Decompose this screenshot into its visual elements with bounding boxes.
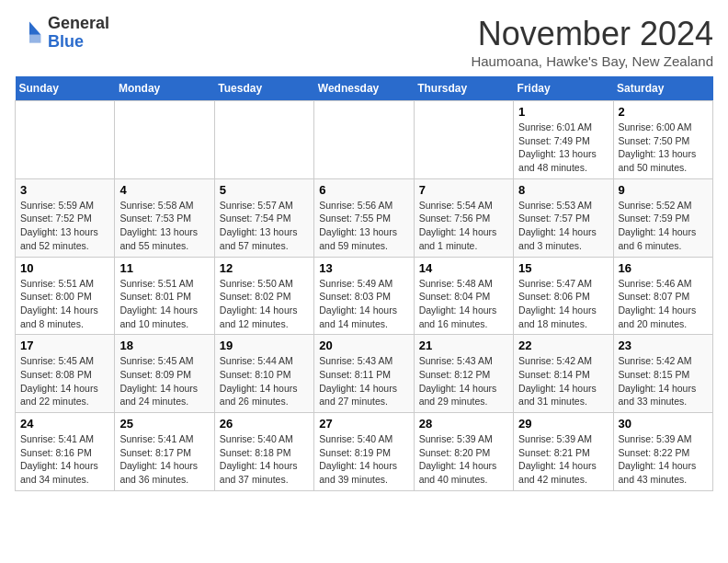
logo-blue: Blue <box>48 33 109 52</box>
day-info: Sunrise: 5:41 AM Sunset: 8:16 PM Dayligh… <box>20 432 109 487</box>
calendar-cell: 30Sunrise: 5:39 AM Sunset: 8:22 PM Dayli… <box>613 413 712 491</box>
calendar-cell: 27Sunrise: 5:40 AM Sunset: 8:19 PM Dayli… <box>314 413 414 491</box>
day-number: 7 <box>419 183 508 197</box>
day-info: Sunrise: 5:39 AM Sunset: 8:21 PM Dayligh… <box>518 432 608 487</box>
day-info: Sunrise: 5:50 AM Sunset: 8:02 PM Dayligh… <box>220 277 309 331</box>
day-info: Sunrise: 5:43 AM Sunset: 8:11 PM Dayligh… <box>319 354 408 408</box>
calendar-cell <box>16 101 115 179</box>
weekday-header: Sunday <box>16 76 115 101</box>
day-info: Sunrise: 5:54 AM Sunset: 7:56 PM Dayligh… <box>419 199 508 253</box>
calendar-cell: 6Sunrise: 5:56 AM Sunset: 7:55 PM Daylig… <box>314 178 414 257</box>
day-number: 15 <box>518 261 608 275</box>
day-number: 24 <box>20 417 109 431</box>
calendar-cell: 29Sunrise: 5:39 AM Sunset: 8:21 PM Dayli… <box>514 413 613 491</box>
day-info: Sunrise: 5:47 AM Sunset: 8:06 PM Dayligh… <box>518 277 608 331</box>
logo-icon <box>15 18 44 48</box>
calendar-cell <box>115 101 214 179</box>
calendar-cell: 15Sunrise: 5:47 AM Sunset: 8:06 PM Dayli… <box>514 257 613 335</box>
calendar-cell: 4Sunrise: 5:58 AM Sunset: 7:53 PM Daylig… <box>115 178 214 257</box>
calendar-cell: 26Sunrise: 5:40 AM Sunset: 8:18 PM Dayli… <box>214 413 313 491</box>
day-number: 29 <box>518 417 608 431</box>
calendar-cell: 25Sunrise: 5:41 AM Sunset: 8:17 PM Dayli… <box>115 413 214 491</box>
calendar-cell: 17Sunrise: 5:45 AM Sunset: 8:08 PM Dayli… <box>16 335 115 413</box>
day-info: Sunrise: 5:39 AM Sunset: 8:22 PM Dayligh… <box>619 432 708 487</box>
day-info: Sunrise: 5:52 AM Sunset: 7:59 PM Dayligh… <box>619 199 708 253</box>
month-title: November 2024 <box>471 15 713 53</box>
calendar-cell: 7Sunrise: 5:54 AM Sunset: 7:56 PM Daylig… <box>414 178 513 257</box>
day-info: Sunrise: 5:48 AM Sunset: 8:04 PM Dayligh… <box>419 277 508 331</box>
day-number: 4 <box>119 183 209 197</box>
day-number: 27 <box>319 417 408 431</box>
day-number: 10 <box>20 261 109 275</box>
day-number: 30 <box>619 417 708 431</box>
calendar-cell: 1Sunrise: 6:01 AM Sunset: 7:49 PM Daylig… <box>514 101 613 179</box>
weekday-header: Monday <box>115 76 214 101</box>
day-info: Sunrise: 5:45 AM Sunset: 8:08 PM Dayligh… <box>20 354 109 408</box>
calendar-table: SundayMondayTuesdayWednesdayThursdayFrid… <box>15 76 713 491</box>
weekday-header: Saturday <box>613 76 712 101</box>
day-number: 3 <box>20 183 109 197</box>
day-number: 25 <box>119 417 209 431</box>
day-number: 8 <box>518 183 608 197</box>
day-info: Sunrise: 5:58 AM Sunset: 7:53 PM Dayligh… <box>119 199 209 253</box>
day-info: Sunrise: 5:40 AM Sunset: 8:18 PM Dayligh… <box>220 432 309 487</box>
calendar-cell: 23Sunrise: 5:42 AM Sunset: 8:15 PM Dayli… <box>613 335 712 413</box>
calendar-cell <box>314 101 414 179</box>
day-info: Sunrise: 5:44 AM Sunset: 8:10 PM Dayligh… <box>220 354 309 408</box>
day-info: Sunrise: 5:45 AM Sunset: 8:09 PM Dayligh… <box>119 354 209 408</box>
calendar-header: SundayMondayTuesdayWednesdayThursdayFrid… <box>16 76 713 101</box>
day-number: 6 <box>319 183 408 197</box>
calendar-week-row: 1Sunrise: 6:01 AM Sunset: 7:49 PM Daylig… <box>16 101 713 179</box>
day-number: 26 <box>220 417 309 431</box>
calendar-cell: 10Sunrise: 5:51 AM Sunset: 8:00 PM Dayli… <box>16 257 115 335</box>
calendar-cell: 19Sunrise: 5:44 AM Sunset: 8:10 PM Dayli… <box>214 335 313 413</box>
day-number: 18 <box>119 339 209 352</box>
day-number: 13 <box>319 261 408 275</box>
calendar-cell: 14Sunrise: 5:48 AM Sunset: 8:04 PM Dayli… <box>414 257 513 335</box>
calendar-cell: 3Sunrise: 5:59 AM Sunset: 7:52 PM Daylig… <box>16 178 115 257</box>
logo-text: General Blue <box>48 15 109 52</box>
day-info: Sunrise: 5:42 AM Sunset: 8:15 PM Dayligh… <box>619 354 708 408</box>
day-number: 17 <box>20 339 109 352</box>
day-number: 16 <box>619 261 708 275</box>
calendar-cell: 13Sunrise: 5:49 AM Sunset: 8:03 PM Dayli… <box>314 257 414 335</box>
day-number: 20 <box>319 339 408 352</box>
day-number: 1 <box>518 105 608 119</box>
day-info: Sunrise: 5:43 AM Sunset: 8:12 PM Dayligh… <box>419 354 508 408</box>
calendar-cell: 11Sunrise: 5:51 AM Sunset: 8:01 PM Dayli… <box>115 257 214 335</box>
day-info: Sunrise: 6:00 AM Sunset: 7:50 PM Dayligh… <box>619 121 708 175</box>
day-number: 9 <box>619 183 708 197</box>
svg-marker-0 <box>29 21 40 34</box>
weekday-header: Tuesday <box>214 76 313 101</box>
day-number: 22 <box>518 339 608 352</box>
weekday-header: Thursday <box>414 76 513 101</box>
svg-marker-1 <box>29 35 40 43</box>
day-info: Sunrise: 5:49 AM Sunset: 8:03 PM Dayligh… <box>319 277 408 331</box>
day-info: Sunrise: 5:41 AM Sunset: 8:17 PM Dayligh… <box>119 432 209 487</box>
calendar-cell <box>414 101 513 179</box>
location-subtitle: Haumoana, Hawke's Bay, New Zealand <box>471 53 713 69</box>
weekday-header: Wednesday <box>314 76 414 101</box>
calendar-cell: 8Sunrise: 5:53 AM Sunset: 7:57 PM Daylig… <box>514 178 613 257</box>
calendar-body: 1Sunrise: 6:01 AM Sunset: 7:49 PM Daylig… <box>16 101 713 491</box>
page-header: General Blue November 2024 Haumoana, Haw… <box>15 15 713 69</box>
calendar-cell: 9Sunrise: 5:52 AM Sunset: 7:59 PM Daylig… <box>613 178 712 257</box>
calendar-cell: 5Sunrise: 5:57 AM Sunset: 7:54 PM Daylig… <box>214 178 313 257</box>
day-info: Sunrise: 5:51 AM Sunset: 8:01 PM Dayligh… <box>119 277 209 331</box>
day-number: 12 <box>220 261 309 275</box>
day-number: 5 <box>220 183 309 197</box>
calendar-cell: 18Sunrise: 5:45 AM Sunset: 8:09 PM Dayli… <box>115 335 214 413</box>
day-info: Sunrise: 5:53 AM Sunset: 7:57 PM Dayligh… <box>518 199 608 253</box>
day-info: Sunrise: 5:46 AM Sunset: 8:07 PM Dayligh… <box>619 277 708 331</box>
calendar-week-row: 17Sunrise: 5:45 AM Sunset: 8:08 PM Dayli… <box>16 335 713 413</box>
day-number: 28 <box>419 417 508 431</box>
calendar-cell: 28Sunrise: 5:39 AM Sunset: 8:20 PM Dayli… <box>414 413 513 491</box>
day-number: 11 <box>119 261 209 275</box>
calendar-week-row: 10Sunrise: 5:51 AM Sunset: 8:00 PM Dayli… <box>16 257 713 335</box>
day-number: 2 <box>619 105 708 119</box>
day-info: Sunrise: 5:59 AM Sunset: 7:52 PM Dayligh… <box>20 199 109 253</box>
calendar-cell <box>214 101 313 179</box>
calendar-cell: 24Sunrise: 5:41 AM Sunset: 8:16 PM Dayli… <box>16 413 115 491</box>
day-number: 14 <box>419 261 508 275</box>
logo: General Blue <box>15 15 109 52</box>
